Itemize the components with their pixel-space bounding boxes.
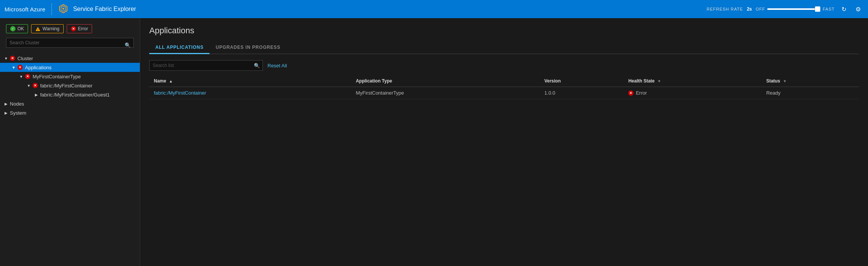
health-state-cell: ✕ Error [628,90,757,96]
sidebar: ✓ OK ! Warning ✕ Error 🔍 ▼ ✕ [0,18,140,266]
col-name[interactable]: Name ▲ [149,75,351,87]
table-row: fabric:/MyFirstContainer MyFirstContaine… [149,87,859,99]
settings-icon[interactable]: ⚙ [853,4,863,14]
cell-status: Ready [762,87,859,99]
health-state-filter-icon: ▼ [657,79,661,83]
system-label: System [10,110,26,116]
nodes-chevron: ▶ [3,101,9,107]
azure-brand: Microsoft Azure [5,6,45,12]
col-status[interactable]: Status ▼ [762,75,859,87]
refresh-slider-track[interactable] [767,8,820,10]
system-chevron: ▶ [3,110,9,116]
svg-text:!: ! [38,28,39,31]
myfirstcontainer-label: fabric:/MyFirstContainer [40,83,92,89]
tree-item-nodes[interactable]: ▶ Nodes [0,99,140,108]
reset-all-button[interactable]: Reset All [267,63,287,68]
guest1-chevron: ▶ [33,92,39,98]
cell-version: 1.0.0 [540,87,624,99]
tree-item-applications[interactable]: ▼ ✕ Applications [0,63,140,72]
tree-item-myfirstcontainer[interactable]: ▼ ✕ fabric:/MyFirstContainer [0,81,140,90]
content-area: Applications ALL APPLICATIONS UPGRADES I… [140,18,868,266]
applications-status-icon: ✕ [17,65,23,70]
myfirstcontainertype-chevron: ▼ [18,73,24,79]
error-label: Error [78,26,88,31]
myfirstcontainertype-status-icon: ✕ [25,74,30,79]
refresh-slider-container[interactable]: OFF FAST [755,7,835,11]
health-state-value: Error [636,90,647,96]
page-title: Applications [149,26,859,36]
topbar: Microsoft Azure Service Fabric Explorer … [0,0,868,18]
col-application-type: Application Type [351,75,540,87]
tree-item-guest1[interactable]: ▶ fabric:/MyFirstContainer/Guest1 [0,90,140,99]
warning-label: Warning [42,26,59,31]
warning-filter-button[interactable]: ! Warning [31,24,63,33]
error-filter-button[interactable]: ✕ Error [67,24,92,33]
health-error-icon: ✕ [628,90,633,96]
search-cluster-wrap: 🔍 [0,38,140,52]
cell-application-type: MyFirstContainerType [351,87,540,99]
refresh-icon[interactable]: ↻ [838,4,849,14]
col-health-state[interactable]: Health State ▼ [624,75,762,87]
app-name-link[interactable]: fabric:/MyFirstContainer [154,90,206,96]
search-list-input-wrap: 🔍 [149,60,263,71]
tab-upgrades-in-progress[interactable]: UPGRADES IN PROGRESS [210,42,286,54]
svg-point-2 [62,8,64,10]
tabs: ALL APPLICATIONS UPGRADES IN PROGRESS [149,42,859,54]
service-fabric-logo-icon [58,4,69,14]
slider-thumb[interactable] [815,6,820,12]
col-version: Version [540,75,624,87]
applications-chevron: ▼ [11,64,17,70]
tree-container: ▼ ✕ Cluster ▼ ✕ Applications ▼ ✕ MyFirst… [0,52,140,266]
search-cluster-input[interactable] [6,38,134,48]
slider-off-label: OFF [755,7,765,11]
nodes-label: Nodes [10,101,24,107]
ok-label: OK [17,26,24,31]
table-header-row: Name ▲ Application Type Version Health S… [149,75,859,87]
refresh-rate-label: REFRESH RATE [707,7,743,11]
search-list-icon: 🔍 [254,63,260,68]
myfirstcontainer-chevron: ▼ [26,82,32,89]
topbar-divider [52,3,52,15]
error-icon: ✕ [71,26,76,31]
search-list-wrap: 🔍 Reset All [149,60,859,71]
topbar-controls: REFRESH RATE 2s OFF FAST ↻ ⚙ [707,4,863,14]
cluster-status-icon: ✕ [10,56,15,61]
applications-label: Applications [25,65,52,70]
guest1-label: fabric:/MyFirstContainer/Guest1 [40,92,110,98]
tree-item-myfirstcontainertype[interactable]: ▼ ✕ MyFirstContainerType [0,72,140,81]
tree-item-cluster[interactable]: ▼ ✕ Cluster [0,54,140,63]
ok-icon: ✓ [10,26,16,31]
tree-item-system[interactable]: ▶ System [0,108,140,117]
cell-health-state: ✕ Error [624,87,762,99]
slider-fast-label: FAST [823,7,835,11]
name-sort-icon: ▲ [169,79,173,83]
status-bar: ✓ OK ! Warning ✕ Error [0,24,140,38]
tab-all-applications[interactable]: ALL APPLICATIONS [149,42,210,54]
app-title: Service Fabric Explorer [73,6,136,12]
myfirstcontainer-status-icon: ✕ [33,83,38,88]
refresh-rate-value: 2s [747,6,752,12]
myfirstcontainertype-label: MyFirstContainerType [33,74,81,79]
ok-filter-button[interactable]: ✓ OK [6,24,28,33]
cell-name: fabric:/MyFirstContainer [149,87,351,99]
search-cluster-icon: 🔍 [125,42,131,48]
cluster-label: Cluster [17,56,33,61]
search-list-input[interactable] [149,60,263,71]
warning-icon: ! [35,26,41,31]
applications-table: Name ▲ Application Type Version Health S… [149,75,859,99]
cluster-chevron: ▼ [3,55,9,61]
status-filter-icon: ▼ [783,79,787,83]
main-layout: ✓ OK ! Warning ✕ Error 🔍 ▼ ✕ [0,18,868,266]
slider-fill [767,8,815,10]
